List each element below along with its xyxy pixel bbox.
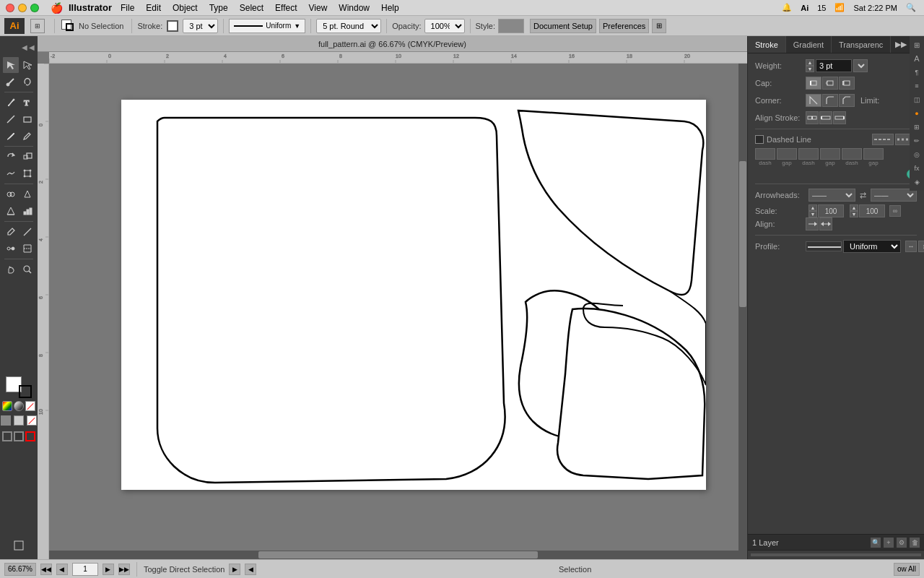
weight-down[interactable]: ▼ (806, 66, 814, 72)
zoom-tool[interactable] (19, 262, 35, 277)
dashed-mode-1[interactable] (872, 134, 894, 145)
pencil-tool[interactable] (19, 128, 35, 144)
cap-round-button[interactable] (822, 77, 838, 90)
weight-spinner[interactable]: ▲ ▼ (806, 59, 814, 72)
gap-input-2[interactable] (820, 148, 840, 160)
weight-input[interactable] (816, 59, 852, 72)
align-center-button[interactable] (806, 111, 819, 124)
next-button[interactable]: ▶ (103, 564, 114, 575)
tab-gradient[interactable]: Gradient (786, 36, 832, 53)
gradient-mode-button[interactable] (14, 401, 24, 411)
eyedropper-tool[interactable] (3, 224, 19, 240)
apple-menu[interactable]: 🍎 (51, 2, 63, 14)
prev-button[interactable]: ◀ (56, 564, 68, 575)
line-tool[interactable] (3, 111, 19, 127)
graph-tool[interactable] (19, 203, 35, 219)
perspective-grid-tool[interactable] (3, 203, 19, 219)
dash-input-1[interactable] (755, 148, 775, 160)
next-page-button[interactable]: ▶▶ (118, 564, 130, 575)
opacity-select[interactable]: 100% (424, 19, 465, 33)
status-play-button[interactable]: ▶ (229, 564, 240, 575)
cap-square-button[interactable] (839, 77, 855, 90)
zoom-display[interactable]: 66.67% (4, 563, 36, 576)
text-panel-icon[interactable]: A (911, 53, 923, 64)
menu-view[interactable]: View (303, 3, 334, 13)
paintbrush-tool[interactable] (3, 128, 19, 144)
corner-bevel-button[interactable] (839, 94, 855, 107)
profile-flip-v[interactable]: ↕ (918, 241, 924, 252)
horizontal-scrollbar[interactable] (49, 551, 747, 559)
page-input[interactable] (72, 563, 98, 576)
shape-builder-tool[interactable] (3, 186, 19, 202)
scrollbar-thumb-horizontal[interactable] (258, 551, 538, 558)
panel-collapse-button[interactable]: ◀ ◀ (20, 39, 36, 55)
preferences-button[interactable]: Preferences (599, 19, 649, 33)
scale-end-input[interactable] (859, 204, 885, 217)
arrow-start-select[interactable]: —— (808, 189, 855, 202)
menu-object[interactable]: Object (167, 3, 204, 13)
direct-selection-tool[interactable] (19, 57, 35, 73)
scale-start-up[interactable]: ▲ (808, 204, 817, 211)
tab-transparency[interactable]: Transparenc (832, 36, 891, 53)
free-transform-tool[interactable] (19, 165, 35, 181)
fill-stroke-widget[interactable] (60, 18, 77, 34)
magic-wand-tool[interactable] (3, 74, 19, 90)
pathfinder-icon[interactable]: ◫ (911, 94, 923, 105)
brush-select[interactable]: 5 pt. Round (316, 19, 381, 33)
profile-flip-h[interactable]: ↔ (905, 241, 917, 252)
menu-type[interactable]: Type (204, 3, 234, 13)
status-stop-button[interactable]: ◀ (245, 564, 256, 575)
gap-input-1[interactable] (777, 148, 797, 160)
paragraph-icon[interactable]: ¶ (911, 66, 923, 78)
transform-panel-icon[interactable]: ⊞ (911, 39, 923, 51)
corner-miter-button[interactable] (806, 94, 821, 107)
artboard-container[interactable] (49, 64, 747, 559)
show-all-button[interactable]: ow All (894, 563, 920, 576)
layers-add-button[interactable]: + (884, 538, 894, 548)
align-arrow-2[interactable] (819, 217, 832, 230)
pen-tool[interactable] (3, 95, 19, 111)
menu-help[interactable]: Help (375, 3, 405, 13)
arrange-button[interactable]: ⊞ (652, 19, 666, 33)
profile-select[interactable]: Uniform (843, 240, 901, 253)
draw-behind-button[interactable] (14, 431, 24, 441)
align-outside-button[interactable] (833, 111, 846, 124)
brushes-icon[interactable]: ✏ (911, 135, 923, 147)
layers-search-button[interactable]: 🔍 (871, 538, 881, 548)
menu-select[interactable]: Select (234, 3, 269, 13)
stroke-swatch[interactable] (19, 385, 32, 398)
dashed-line-checkbox[interactable] (755, 135, 764, 144)
swatches-icon[interactable]: ⊞ (911, 121, 923, 133)
scale-tool[interactable] (19, 149, 35, 165)
stroke-weight-select[interactable]: 3 pt1 pt2 pt4 pt (183, 19, 218, 33)
slice-tool[interactable] (19, 241, 35, 256)
weight-unit-select[interactable]: ▼ (853, 59, 868, 72)
menu-file[interactable]: File (115, 3, 140, 13)
hand-tool[interactable] (3, 262, 19, 277)
scrollbar-thumb-vertical[interactable] (739, 161, 746, 307)
align-panel-icon[interactable]: ≡ (911, 80, 923, 92)
dash-input-2[interactable] (798, 148, 819, 160)
blend-tool[interactable] (3, 241, 19, 256)
measure-tool[interactable] (19, 224, 35, 240)
graphic-styles-icon[interactable]: fx (911, 163, 923, 174)
minimize-button[interactable] (18, 4, 27, 12)
live-paint-tool[interactable] (19, 186, 35, 202)
scale-up-down-end[interactable]: ▲ ▼ (850, 204, 858, 217)
menu-effect[interactable]: Effect (269, 3, 302, 13)
menu-edit[interactable]: Edit (140, 3, 167, 13)
rectangle-tool[interactable] (19, 111, 35, 127)
line-style-display[interactable]: Uniform ▼ (229, 19, 305, 33)
layers-settings-button[interactable]: ⚙ (897, 538, 907, 548)
color-mode-button[interactable] (2, 401, 12, 411)
appearance-icon[interactable]: ◈ (911, 176, 923, 188)
stroke-color[interactable] (167, 20, 178, 32)
scale-end-down[interactable]: ▼ (850, 211, 858, 217)
weight-up[interactable]: ▲ (806, 59, 814, 66)
style-select[interactable] (498, 19, 524, 33)
scale-start-input[interactable] (818, 204, 844, 217)
prev-page-button[interactable]: ◀◀ (40, 564, 52, 575)
gap-input-3[interactable] (863, 148, 884, 160)
scale-end-up[interactable]: ▲ (850, 204, 858, 211)
layers-resize-handle[interactable] (751, 553, 921, 556)
